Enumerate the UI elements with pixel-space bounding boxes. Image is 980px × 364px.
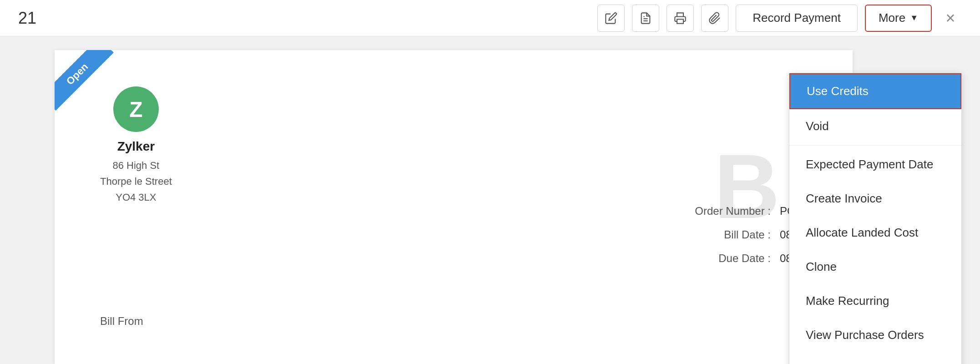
address-line2: Thorpe le Street <box>100 173 172 189</box>
address-line3: YO4 3LX <box>100 189 172 205</box>
order-number-label: Order Number : <box>695 205 771 217</box>
dropdown-item-create-invoice[interactable]: Create Invoice <box>789 182 961 216</box>
vendor-address: 86 High St Thorpe le Street YO4 3LX <box>100 157 172 206</box>
toolbar-left: 21 <box>18 9 36 28</box>
address-line1: 86 High St <box>100 157 172 173</box>
print-icon <box>674 12 687 25</box>
more-label: More <box>879 11 905 25</box>
print-button[interactable] <box>667 5 694 32</box>
dropdown-menu: Use CreditsVoidExpected Payment DateCrea… <box>789 73 962 364</box>
toolbar-right: Record Payment More ▼ × <box>597 5 962 32</box>
attachment-icon <box>708 12 721 25</box>
dropdown-item-make-recurring[interactable]: Make Recurring <box>789 284 961 318</box>
chevron-down-icon: ▼ <box>910 13 918 23</box>
edit-icon <box>605 12 617 25</box>
dropdown-item-view-purchase-orders[interactable]: View Purchase Orders <box>789 318 961 352</box>
vendor-name: Zylker <box>100 139 172 154</box>
edit-button[interactable] <box>597 5 625 32</box>
dropdown-item-use-credits[interactable]: Use Credits <box>789 73 961 109</box>
main-content: Open Z Zylker 86 High St Thorpe le Stree… <box>0 36 980 364</box>
ribbon-text: Open <box>55 50 114 111</box>
bill-from-label: Bill From <box>100 315 143 328</box>
attachment-button[interactable] <box>701 5 728 32</box>
pdf-button[interactable] <box>632 5 659 32</box>
dropdown-item-create-vendor-credits[interactable]: Create Vendor Credits <box>789 352 961 364</box>
bill-date-label: Bill Date : <box>724 228 771 241</box>
toolbar: 21 <box>0 0 980 36</box>
record-payment-button[interactable]: Record Payment <box>736 5 858 32</box>
open-ribbon: Open <box>55 50 127 123</box>
document-card: Open Z Zylker 86 High St Thorpe le Stree… <box>55 50 853 364</box>
more-button[interactable]: More ▼ <box>865 5 932 32</box>
dropdown-item-allocate-landed-cost[interactable]: Allocate Landed Cost <box>789 216 961 250</box>
dropdown-item-clone[interactable]: Clone <box>789 250 961 284</box>
close-button[interactable]: × <box>939 7 962 30</box>
dropdown-divider <box>789 145 961 146</box>
svg-rect-2 <box>677 19 683 23</box>
dropdown-item-expected-payment-date[interactable]: Expected Payment Date <box>789 147 961 182</box>
dropdown-item-void[interactable]: Void <box>789 109 961 143</box>
pdf-icon <box>639 12 652 25</box>
due-date-label: Due Date : <box>718 252 771 265</box>
doc-number: 21 <box>18 9 36 28</box>
